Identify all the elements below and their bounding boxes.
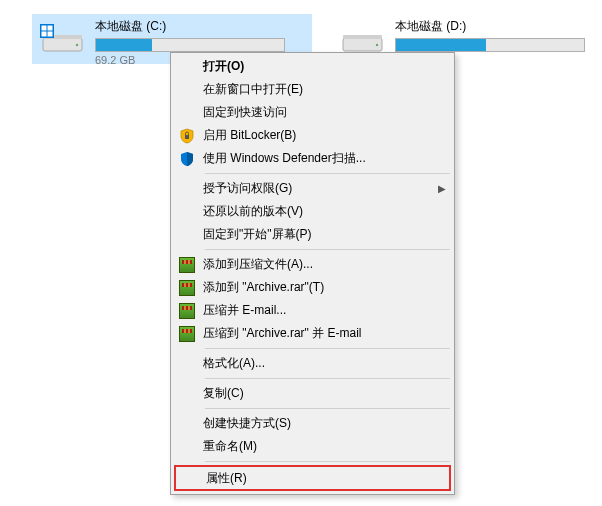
menu-properties[interactable]: 属性(R) — [176, 467, 449, 489]
menu-grant-access[interactable]: 授予访问权限(G) ▶ — [173, 177, 452, 200]
svg-rect-6 — [42, 32, 47, 37]
svg-point-8 — [76, 44, 78, 46]
menu-separator — [205, 348, 450, 349]
menu-rename[interactable]: 重命名(M) — [173, 435, 452, 458]
blank-icon — [177, 226, 197, 244]
blank-icon — [177, 203, 197, 221]
menu-open[interactable]: 打开(O) — [173, 55, 452, 78]
blank-icon — [177, 385, 197, 403]
menu-bitlocker-label: 启用 BitLocker(B) — [203, 127, 446, 144]
menu-properties-highlight: 属性(R) — [174, 465, 451, 491]
blank-icon — [180, 469, 200, 487]
menu-separator — [205, 461, 450, 462]
menu-properties-label: 属性(R) — [206, 470, 443, 487]
menu-add-to-archive-rar-label: 添加到 "Archive.rar"(T) — [203, 279, 446, 296]
menu-add-to-archive-rar[interactable]: 添加到 "Archive.rar"(T) — [173, 276, 452, 299]
drive-d-usage-fill — [396, 39, 486, 51]
svg-rect-5 — [48, 26, 53, 31]
drive-d-label: 本地磁盘 (D:) — [395, 18, 590, 35]
menu-defender-scan[interactable]: 使用 Windows Defender扫描... — [173, 147, 452, 170]
menu-defender-scan-label: 使用 Windows Defender扫描... — [203, 150, 446, 167]
menu-copy[interactable]: 复制(C) — [173, 382, 452, 405]
winrar-icon — [177, 279, 197, 297]
menu-open-new-window-label: 在新窗口中打开(E) — [203, 81, 446, 98]
svg-rect-4 — [42, 26, 47, 31]
menu-restore-previous-label: 还原以前的版本(V) — [203, 203, 446, 220]
submenu-arrow-icon: ▶ — [438, 183, 446, 194]
menu-compress-rar-email[interactable]: 压缩到 "Archive.rar" 并 E-mail — [173, 322, 452, 345]
menu-open-new-window[interactable]: 在新窗口中打开(E) — [173, 78, 452, 101]
context-menu: 打开(O) 在新窗口中打开(E) 固定到快速访问 启用 BitLocker(B)… — [170, 52, 455, 495]
svg-rect-12 — [185, 135, 189, 139]
shield-lock-icon — [177, 127, 197, 145]
blank-icon — [177, 104, 197, 122]
menu-separator — [205, 173, 450, 174]
menu-compress-email[interactable]: 压缩并 E-mail... — [173, 299, 452, 322]
menu-add-to-archive[interactable]: 添加到压缩文件(A)... — [173, 253, 452, 276]
blank-icon — [177, 58, 197, 76]
menu-rename-label: 重命名(M) — [203, 438, 446, 455]
svg-rect-7 — [48, 32, 53, 37]
winrar-icon — [177, 256, 197, 274]
blank-icon — [177, 415, 197, 433]
drive-d-usage-bar — [395, 38, 585, 52]
winrar-icon — [177, 325, 197, 343]
menu-pin-to-start-label: 固定到"开始"屏幕(P) — [203, 226, 446, 243]
menu-separator — [205, 408, 450, 409]
drive-c-usage-fill — [96, 39, 152, 51]
menu-separator — [205, 249, 450, 250]
defender-shield-icon — [177, 150, 197, 168]
menu-create-shortcut-label: 创建快捷方式(S) — [203, 415, 446, 432]
svg-rect-10 — [343, 35, 382, 39]
menu-format-label: 格式化(A)... — [203, 355, 446, 372]
blank-icon — [177, 438, 197, 456]
blank-icon — [177, 180, 197, 198]
drive-c-usage-bar — [95, 38, 285, 52]
winrar-icon — [177, 302, 197, 320]
blank-icon — [177, 355, 197, 373]
menu-pin-quick-access-label: 固定到快速访问 — [203, 104, 446, 121]
blank-icon — [177, 81, 197, 99]
menu-bitlocker[interactable]: 启用 BitLocker(B) — [173, 124, 452, 147]
drive-c-icon — [40, 18, 85, 58]
menu-compress-rar-email-label: 压缩到 "Archive.rar" 并 E-mail — [203, 325, 446, 342]
drive-c-label: 本地磁盘 (C:) — [95, 18, 290, 35]
menu-separator — [205, 378, 450, 379]
menu-copy-label: 复制(C) — [203, 385, 446, 402]
menu-pin-quick-access[interactable]: 固定到快速访问 — [173, 101, 452, 124]
menu-create-shortcut[interactable]: 创建快捷方式(S) — [173, 412, 452, 435]
menu-add-to-archive-label: 添加到压缩文件(A)... — [203, 256, 446, 273]
menu-open-label: 打开(O) — [203, 58, 446, 75]
menu-pin-to-start[interactable]: 固定到"开始"屏幕(P) — [173, 223, 452, 246]
menu-format[interactable]: 格式化(A)... — [173, 352, 452, 375]
menu-restore-previous[interactable]: 还原以前的版本(V) — [173, 200, 452, 223]
svg-point-11 — [376, 44, 378, 46]
menu-compress-email-label: 压缩并 E-mail... — [203, 302, 446, 319]
menu-grant-access-label: 授予访问权限(G) — [203, 180, 438, 197]
